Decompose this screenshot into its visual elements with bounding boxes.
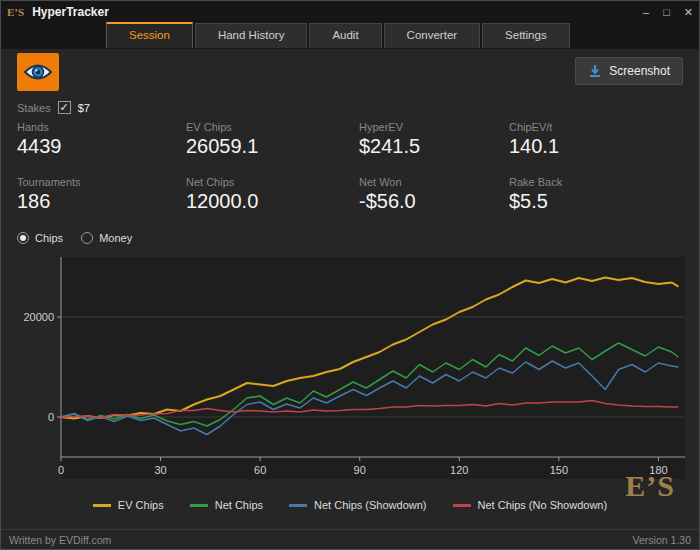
- status-bar: Written by EVDiff.com Version 1.30: [1, 529, 699, 549]
- minimize-icon[interactable]: –: [643, 1, 649, 23]
- svg-text:90: 90: [354, 464, 366, 476]
- evdiff-logo: E’S: [625, 469, 675, 503]
- stakes-label: Stakes: [17, 102, 51, 114]
- tab-audit[interactable]: Audit: [309, 23, 381, 48]
- legend-label: EV Chips: [118, 499, 164, 511]
- stat-value: -$56.0: [359, 190, 519, 213]
- radio-unselected-icon: [81, 232, 93, 244]
- status-left: Written by EVDiff.com: [9, 534, 111, 546]
- maximize-icon[interactable]: □: [663, 1, 670, 23]
- window-controls: – □ ✕: [643, 1, 693, 23]
- view-toggle: Chips Money: [17, 232, 132, 244]
- legend-swatch-icon: [289, 504, 307, 507]
- session-chart-container: 0200000306090120150180: [13, 251, 689, 483]
- tab-hand-history[interactable]: Hand History: [195, 23, 307, 48]
- eye-tile-icon: [17, 53, 59, 91]
- stat-rake-back: Rake Back $5.5: [509, 176, 669, 213]
- close-icon[interactable]: ✕: [684, 1, 693, 23]
- svg-text:120: 120: [450, 464, 468, 476]
- legend-item: Net Chips (No Showdown): [453, 499, 608, 511]
- legend-label: Net Chips: [215, 499, 263, 511]
- legend-swatch-icon: [190, 504, 208, 507]
- stat-net-won: Net Won -$56.0: [359, 176, 519, 213]
- stat-tournaments: Tournaments 186: [17, 176, 177, 213]
- tab-session[interactable]: Session: [106, 22, 193, 48]
- stat-label: EV Chips: [186, 121, 346, 133]
- radio-chips-label: Chips: [35, 232, 63, 244]
- stakes-value: $7: [78, 102, 90, 114]
- legend-item: Net Chips (Showdown): [289, 499, 427, 511]
- stat-label: Net Won: [359, 176, 519, 188]
- svg-text:60: 60: [254, 464, 266, 476]
- stat-hyperev: HyperEV $241.5: [359, 121, 519, 158]
- stat-value: 12000.0: [186, 190, 346, 213]
- screenshot-button[interactable]: Screenshot: [575, 57, 683, 85]
- tab-converter[interactable]: Converter: [384, 23, 481, 48]
- hypertracker-window: E’S HyperTracker – □ ✕ Session Hand Hist…: [0, 0, 700, 550]
- legend-label: Net Chips (No Showdown): [478, 499, 608, 511]
- stat-value: 186: [17, 190, 177, 213]
- stat-label: HyperEV: [359, 121, 519, 133]
- chart-legend: EV ChipsNet ChipsNet Chips (Showdown)Net…: [1, 499, 699, 511]
- legend-item: EV Chips: [93, 499, 164, 511]
- stat-label: Tournaments: [17, 176, 177, 188]
- legend-item: Net Chips: [190, 499, 263, 511]
- titlebar: E’S HyperTracker – □ ✕: [1, 1, 699, 23]
- status-right: Version 1.30: [633, 534, 691, 546]
- svg-text:0: 0: [48, 411, 54, 423]
- stat-hands: Hands 4439: [17, 121, 177, 158]
- stat-ev-chips: EV Chips 26059.1: [186, 121, 346, 158]
- svg-text:0: 0: [58, 464, 64, 476]
- screenshot-button-label: Screenshot: [609, 64, 670, 78]
- stakes-checkbox[interactable]: ✓: [58, 101, 71, 114]
- stat-value: 4439: [17, 135, 177, 158]
- window-title: HyperTracker: [32, 5, 109, 19]
- svg-text:20000: 20000: [23, 311, 54, 323]
- legend-label: Net Chips (Showdown): [314, 499, 427, 511]
- stakes-row: Stakes ✓ $7: [17, 101, 90, 114]
- stat-net-chips: Net Chips 12000.0: [186, 176, 346, 213]
- legend-swatch-icon: [453, 504, 471, 507]
- tab-bar: Session Hand History Audit Converter Set…: [1, 23, 699, 49]
- stat-label: Hands: [17, 121, 177, 133]
- radio-money-label: Money: [99, 232, 132, 244]
- radio-money[interactable]: Money: [81, 232, 132, 244]
- legend-swatch-icon: [93, 504, 111, 507]
- stat-label: Net Chips: [186, 176, 346, 188]
- app-logo-icon: E’S: [7, 6, 24, 18]
- tab-settings[interactable]: Settings: [482, 23, 570, 48]
- radio-chips[interactable]: Chips: [17, 232, 63, 244]
- session-chart: 0200000306090120150180: [13, 251, 689, 483]
- stat-value: 26059.1: [186, 135, 346, 158]
- stat-value: 140.1: [509, 135, 669, 158]
- radio-selected-icon: [17, 232, 29, 244]
- stat-chipev-t: ChipEV/t 140.1: [509, 121, 669, 158]
- stat-value: $5.5: [509, 190, 669, 213]
- stat-label: Rake Back: [509, 176, 669, 188]
- stat-label: ChipEV/t: [509, 121, 669, 133]
- svg-text:30: 30: [154, 464, 166, 476]
- download-arrow-icon: [588, 64, 602, 78]
- stat-value: $241.5: [359, 135, 519, 158]
- svg-text:150: 150: [550, 464, 568, 476]
- eye-icon: [23, 61, 53, 83]
